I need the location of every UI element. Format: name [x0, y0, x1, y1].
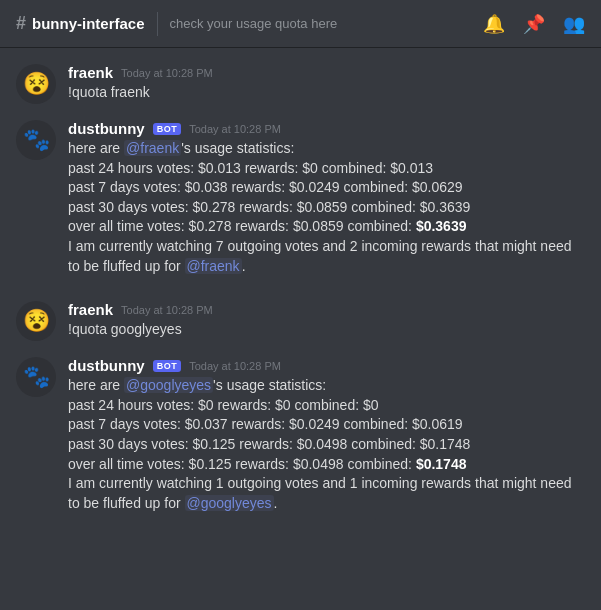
message-content: dustbunny BOT Today at 10:28 PM here are…	[68, 357, 585, 513]
header-divider	[157, 12, 158, 36]
channel-header: # bunny-interface check your usage quota…	[0, 0, 601, 48]
message-text: here are @fraenk's usage statistics: pas…	[68, 139, 585, 276]
username: dustbunny	[68, 120, 145, 137]
message-group: 🐾 dustbunny BOT Today at 10:28 PM here a…	[0, 112, 601, 284]
bot-badge: BOT	[153, 123, 182, 135]
members-icon[interactable]: 👥	[563, 13, 585, 35]
channel-name-group: # bunny-interface	[16, 13, 145, 34]
message-text: here are @googlyeyes's usage statistics:…	[68, 376, 585, 513]
timestamp: Today at 10:28 PM	[121, 67, 213, 79]
separator	[0, 288, 601, 289]
mention: @googlyeyes	[124, 377, 213, 393]
username: dustbunny	[68, 357, 145, 374]
channel-name: bunny-interface	[32, 15, 145, 32]
timestamp: Today at 10:28 PM	[189, 360, 281, 372]
avatar: 🐾	[16, 120, 56, 160]
username: fraenk	[68, 64, 113, 81]
message-group: 😵 fraenk Today at 10:28 PM !quota googly…	[0, 293, 601, 349]
message-header: fraenk Today at 10:28 PM	[68, 301, 585, 318]
message-header: dustbunny BOT Today at 10:28 PM	[68, 357, 585, 374]
message-group: 🐾 dustbunny BOT Today at 10:28 PM here a…	[0, 349, 601, 521]
channel-topic: check your usage quota here	[170, 16, 338, 31]
message-content: fraenk Today at 10:28 PM !quota googlyey…	[68, 301, 585, 341]
message-header: dustbunny BOT Today at 10:28 PM	[68, 120, 585, 137]
avatar: 😵	[16, 64, 56, 104]
message-content: fraenk Today at 10:28 PM !quota fraenk	[68, 64, 585, 104]
mention: @fraenk	[124, 140, 181, 156]
username: fraenk	[68, 301, 113, 318]
pin-icon[interactable]: 📌	[523, 13, 545, 35]
avatar: 😵	[16, 301, 56, 341]
message-text: !quota googlyeyes	[68, 320, 585, 340]
header-icons: 🔔 📌 👥	[483, 13, 585, 35]
mention: @fraenk	[185, 258, 242, 274]
message-group: 😵 fraenk Today at 10:28 PM !quota fraenk	[0, 56, 601, 112]
timestamp: Today at 10:28 PM	[189, 123, 281, 135]
bold-value: $0.1748	[416, 456, 467, 472]
bold-value: $0.3639	[416, 218, 467, 234]
avatar: 🐾	[16, 357, 56, 397]
bell-icon[interactable]: 🔔	[483, 13, 505, 35]
message-header: fraenk Today at 10:28 PM	[68, 64, 585, 81]
mention: @googlyeyes	[185, 495, 274, 511]
bot-badge: BOT	[153, 360, 182, 372]
timestamp: Today at 10:28 PM	[121, 304, 213, 316]
message-content: dustbunny BOT Today at 10:28 PM here are…	[68, 120, 585, 276]
hash-icon: #	[16, 13, 26, 34]
messages-list: 😵 fraenk Today at 10:28 PM !quota fraenk…	[0, 48, 601, 610]
message-text: !quota fraenk	[68, 83, 585, 103]
